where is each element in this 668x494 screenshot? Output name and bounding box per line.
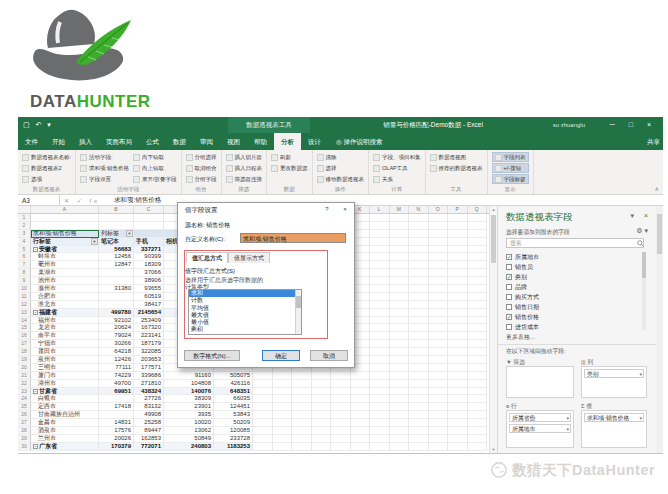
chevron-down-icon[interactable]: ▾ xyxy=(639,370,642,379)
empty-cell[interactable] xyxy=(429,388,449,396)
row-number[interactable]: 16 xyxy=(18,332,31,340)
ribbon-item-刷新[interactable]: 刷新 xyxy=(271,152,308,162)
checked-checkbox[interactable]: ✓ xyxy=(506,254,512,260)
ribbon-item-字段设置[interactable]: 字段设置 xyxy=(80,174,129,184)
unchecked-checkbox[interactable] xyxy=(506,324,512,330)
ribbon-item-筛选器连接[interactable]: 筛选器连接 xyxy=(226,174,263,184)
empty-cell[interactable] xyxy=(292,443,312,451)
empty-cell[interactable] xyxy=(429,246,449,254)
cell-c2[interactable] xyxy=(134,222,164,230)
cell-a25[interactable]: 定西市 xyxy=(31,403,99,411)
row-number[interactable]: 21 xyxy=(18,372,31,380)
ribbon-item-字段、项目和集[interactable]: 字段、项目和集 xyxy=(373,152,421,162)
list-scrollbar[interactable] xyxy=(295,290,301,334)
cell-b21[interactable]: 74229 xyxy=(99,372,134,380)
empty-cell[interactable] xyxy=(409,277,429,285)
empty-cell[interactable] xyxy=(409,246,429,254)
cell-b10[interactable]: 31380 xyxy=(99,285,134,293)
gear-icon[interactable]: ⚙ ▾ xyxy=(636,227,648,235)
cell-b19[interactable]: 12426 xyxy=(99,356,134,364)
ribbon-item-+/-按钮[interactable]: +/-按钮 xyxy=(492,163,529,173)
collapse-ribbon-icon[interactable]: ∧ xyxy=(655,185,659,192)
name-box[interactable]: A3 xyxy=(18,195,60,206)
filters-area[interactable] xyxy=(506,366,574,398)
empty-cell[interactable] xyxy=(468,253,488,261)
empty-cell[interactable] xyxy=(312,443,332,451)
empty-cell[interactable] xyxy=(370,301,390,309)
empty-cell[interactable] xyxy=(292,388,312,396)
row-number[interactable]: 12 xyxy=(18,301,31,309)
field-chip-所属地市[interactable]: 所属地市▾ xyxy=(509,424,571,433)
cell-e28[interactable]: 120085 xyxy=(214,427,253,435)
row-number[interactable]: 13 xyxy=(18,309,31,317)
empty-cell[interactable] xyxy=(468,301,488,309)
share-button[interactable]: 共享 xyxy=(647,133,660,150)
cell-a7[interactable]: 亳州市 xyxy=(31,261,99,269)
empty-cell[interactable] xyxy=(429,419,449,427)
empty-cell[interactable] xyxy=(390,419,410,427)
empty-cell[interactable] xyxy=(312,427,332,435)
empty-cell[interactable] xyxy=(351,388,371,396)
empty-cell[interactable] xyxy=(429,443,449,451)
ribbon-item-插入切片器[interactable]: 插入切片器 xyxy=(226,152,263,162)
empty-cell[interactable] xyxy=(292,411,312,419)
empty-cell[interactable] xyxy=(370,435,390,443)
empty-cell[interactable] xyxy=(429,380,449,388)
empty-cell[interactable] xyxy=(390,230,410,238)
dialog-help-button[interactable]: ? xyxy=(320,203,334,216)
empty-cell[interactable] xyxy=(351,435,371,443)
ribbon-item-分组选择[interactable]: 分组选择 xyxy=(186,152,217,162)
empty-cell[interactable] xyxy=(370,395,390,403)
cell-e24[interactable]: 66035 xyxy=(214,395,253,403)
empty-cell[interactable] xyxy=(409,238,429,246)
cell-b29[interactable]: 20026 xyxy=(99,435,134,443)
empty-cell[interactable] xyxy=(312,435,332,443)
cell-d24[interactable]: 38309 xyxy=(164,395,214,403)
field-item-销售价格[interactable]: ✓销售价格 xyxy=(506,312,644,322)
empty-cell[interactable] xyxy=(390,372,410,380)
empty-cell[interactable] xyxy=(409,356,429,364)
empty-cell[interactable] xyxy=(409,443,429,451)
number-format-button[interactable]: 数字格式(N)... xyxy=(184,350,240,361)
empty-cell[interactable] xyxy=(409,285,429,293)
empty-cell[interactable] xyxy=(390,395,410,403)
empty-cell[interactable] xyxy=(468,309,488,317)
cell-a20[interactable]: 三明市 xyxy=(31,364,99,372)
cell-c14[interactable]: 253409 xyxy=(134,317,164,325)
empty-cell[interactable] xyxy=(370,364,390,372)
empty-cell[interactable] xyxy=(448,395,468,403)
empty-cell[interactable] xyxy=(429,261,449,269)
empty-cell[interactable] xyxy=(370,214,390,222)
field-item-所属地市[interactable]: ✓所属地市 xyxy=(506,252,644,262)
option-计数[interactable]: 计数 xyxy=(189,297,301,304)
ribbon-item-推荐的数据透视表[interactable]: 推荐的数据透视表 xyxy=(430,163,483,173)
empty-cell[interactable] xyxy=(468,380,488,388)
cell-c16[interactable]: 223141 xyxy=(134,332,164,340)
cell-c24[interactable]: 27726 xyxy=(134,395,164,403)
cell-b2[interactable] xyxy=(99,222,134,230)
chevron-down-icon[interactable]: ▾ xyxy=(630,212,634,220)
empty-cell[interactable] xyxy=(429,301,449,309)
empty-cell[interactable] xyxy=(448,293,468,301)
empty-cell[interactable] xyxy=(331,419,351,427)
columns-area[interactable]: 类别▾ xyxy=(581,366,647,398)
row-number[interactable]: 25 xyxy=(18,403,31,411)
column-header-L[interactable]: L xyxy=(370,206,390,213)
cell-c10[interactable]: 93655 xyxy=(134,285,164,293)
ribbon-item-更改数据源[interactable]: 更改数据源 xyxy=(271,163,308,173)
cell-d26[interactable]: 3935 xyxy=(164,411,214,419)
empty-cell[interactable] xyxy=(370,309,390,317)
empty-cell[interactable] xyxy=(331,395,351,403)
empty-cell[interactable] xyxy=(468,348,488,356)
cell-c26[interactable]: 49908 xyxy=(134,411,164,419)
collapse-group-icon[interactable]: - xyxy=(33,389,38,394)
row-number[interactable]: 8 xyxy=(18,269,31,277)
ribbon-item-取消组合[interactable]: 取消组合 xyxy=(186,163,217,173)
column-header-O[interactable]: O xyxy=(429,206,449,213)
empty-cell[interactable] xyxy=(409,403,429,411)
empty-cell[interactable] xyxy=(370,340,390,348)
unchecked-checkbox[interactable] xyxy=(506,304,512,310)
field-item-品牌[interactable]: 品牌 xyxy=(506,282,644,292)
empty-cell[interactable] xyxy=(273,388,293,396)
empty-cell[interactable] xyxy=(468,388,488,396)
